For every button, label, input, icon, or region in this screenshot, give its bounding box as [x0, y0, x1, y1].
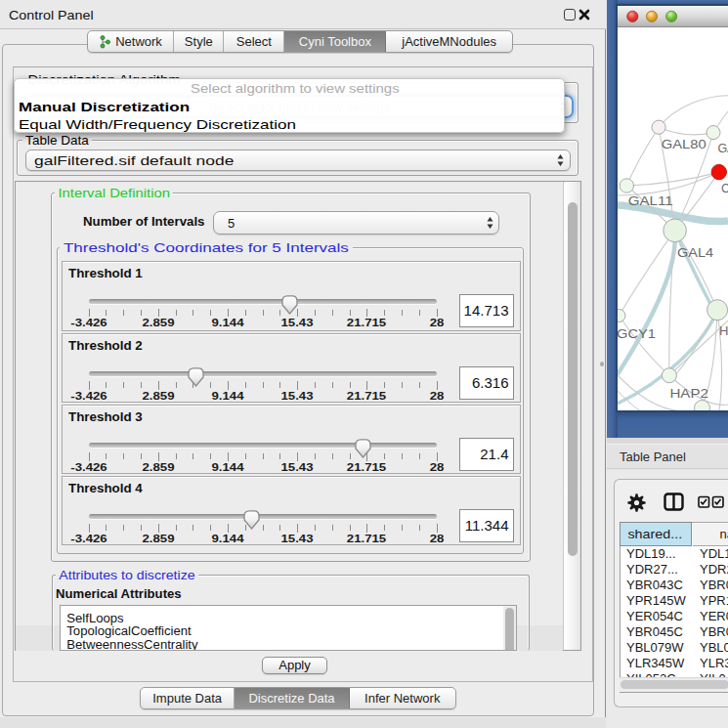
svg-text:GCY1: GCY1: [618, 327, 656, 341]
svg-text:H: H: [719, 323, 728, 338]
svg-text:GAL4: GAL4: [677, 246, 713, 260]
svg-text:C: C: [721, 182, 728, 195]
svg-text:GA: GA: [717, 142, 728, 155]
svg-text:GAL80: GAL80: [662, 138, 707, 151]
svg-text:GAL11: GAL11: [628, 194, 673, 208]
svg-text:HAP2: HAP2: [669, 387, 708, 401]
